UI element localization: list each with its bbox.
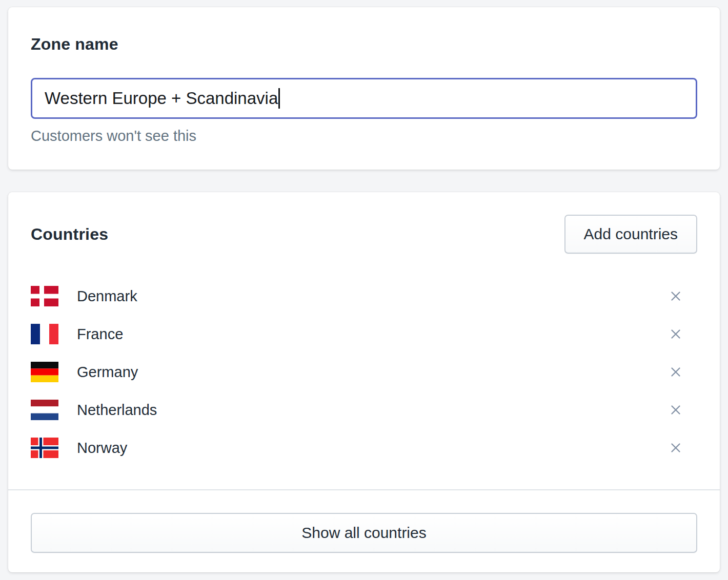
- zone-name-card: Zone name Western Europe + Scandinavia C…: [8, 7, 720, 170]
- zone-name-helper-text: Customers won't see this: [31, 127, 697, 145]
- close-icon: [670, 290, 682, 302]
- zone-name-heading: Zone name: [31, 33, 697, 55]
- country-name: France: [77, 326, 123, 343]
- country-row: Netherlands: [31, 391, 697, 429]
- close-icon: [670, 366, 682, 378]
- show-all-countries-button[interactable]: Show all countries: [31, 513, 697, 553]
- close-icon: [670, 328, 682, 340]
- country-row: Denmark: [31, 277, 697, 315]
- country-name: Germany: [77, 364, 138, 381]
- country-row: Norway: [31, 429, 697, 467]
- denmark-flag-icon: [31, 286, 58, 306]
- france-flag-icon: [31, 324, 58, 344]
- countries-card: Countries Add countries Denmark France G…: [8, 192, 720, 572]
- country-name: Denmark: [77, 288, 137, 305]
- norway-flag-icon: [31, 438, 58, 458]
- shipping-zone-form: Zone name Western Europe + Scandinavia C…: [0, 0, 728, 579]
- country-row: France: [31, 315, 697, 353]
- zone-name-input[interactable]: Western Europe + Scandinavia: [31, 78, 697, 119]
- countries-card-header: Countries Add countries: [8, 192, 720, 254]
- country-name: Netherlands: [77, 402, 157, 419]
- country-row: Germany: [31, 353, 697, 391]
- add-countries-button[interactable]: Add countries: [564, 215, 697, 254]
- text-caret: [278, 88, 280, 109]
- remove-country-button[interactable]: [664, 285, 687, 307]
- netherlands-flag-icon: [31, 400, 58, 420]
- countries-heading: Countries: [31, 223, 108, 245]
- country-name: Norway: [77, 440, 127, 457]
- germany-flag-icon: [31, 362, 58, 382]
- countries-card-footer: Show all countries: [8, 490, 720, 572]
- country-list: Denmark France Germany Netherlands: [8, 277, 720, 467]
- remove-country-button[interactable]: [664, 323, 687, 345]
- remove-country-button[interactable]: [664, 361, 687, 383]
- remove-country-button[interactable]: [664, 437, 687, 459]
- close-icon: [670, 404, 682, 416]
- zone-name-input-value: Western Europe + Scandinavia: [45, 89, 278, 108]
- remove-country-button[interactable]: [664, 399, 687, 421]
- close-icon: [670, 442, 682, 454]
